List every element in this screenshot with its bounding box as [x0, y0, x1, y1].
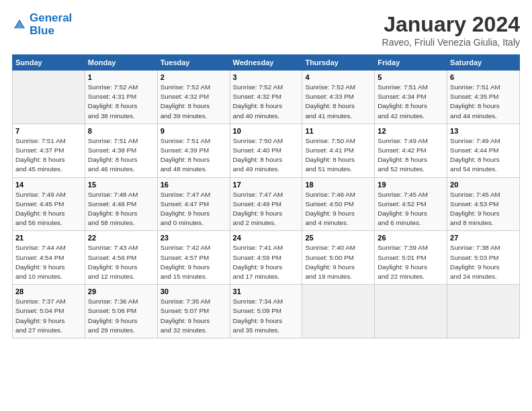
day-number: 20	[450, 181, 517, 189]
day-number: 13	[450, 127, 517, 135]
weekday-header-row: SundayMondayTuesdayWednesdayThursdayFrid…	[13, 55, 520, 71]
day-info: Sunrise: 7:45 AM Sunset: 4:53 PM Dayligh…	[450, 190, 517, 228]
day-number: 18	[305, 181, 371, 189]
calendar-cell: 29Sunrise: 7:36 AM Sunset: 5:06 PM Dayli…	[85, 285, 157, 338]
day-number: 8	[88, 127, 154, 135]
calendar-cell: 18Sunrise: 7:46 AM Sunset: 4:50 PM Dayli…	[302, 177, 375, 231]
calendar-week-row: 1Sunrise: 7:52 AM Sunset: 4:31 PM Daylig…	[13, 71, 520, 124]
weekday-header: Tuesday	[157, 55, 230, 71]
calendar-cell: 1Sunrise: 7:52 AM Sunset: 4:31 PM Daylig…	[85, 71, 157, 124]
day-info: Sunrise: 7:51 AM Sunset: 4:39 PM Dayligh…	[161, 136, 227, 175]
calendar-cell: 3Sunrise: 7:52 AM Sunset: 4:32 PM Daylig…	[230, 71, 302, 124]
day-info: Sunrise: 7:42 AM Sunset: 4:57 PM Dayligh…	[161, 243, 227, 281]
calendar-cell: 30Sunrise: 7:35 AM Sunset: 5:07 PM Dayli…	[157, 285, 230, 338]
day-info: Sunrise: 7:49 AM Sunset: 4:42 PM Dayligh…	[378, 136, 444, 175]
day-info: Sunrise: 7:49 AM Sunset: 4:45 PM Dayligh…	[15, 190, 82, 228]
day-number: 6	[450, 73, 517, 81]
calendar-cell: 27Sunrise: 7:38 AM Sunset: 5:03 PM Dayli…	[447, 231, 520, 285]
calendar-cell: 20Sunrise: 7:45 AM Sunset: 4:53 PM Dayli…	[447, 177, 520, 231]
calendar-cell: 26Sunrise: 7:39 AM Sunset: 5:01 PM Dayli…	[375, 231, 447, 285]
day-info: Sunrise: 7:50 AM Sunset: 4:40 PM Dayligh…	[233, 136, 300, 175]
day-number: 12	[378, 127, 444, 135]
calendar-week-row: 14Sunrise: 7:49 AM Sunset: 4:45 PM Dayli…	[13, 177, 520, 231]
calendar-cell: 9Sunrise: 7:51 AM Sunset: 4:39 PM Daylig…	[157, 124, 230, 177]
day-number: 25	[305, 234, 371, 242]
weekday-header: Monday	[85, 55, 157, 71]
day-number: 19	[378, 181, 444, 189]
day-number: 9	[161, 127, 227, 135]
day-number: 30	[161, 287, 227, 295]
day-number: 31	[233, 287, 300, 295]
title-block: January 2024 Raveo, Friuli Venezia Giuli…	[382, 12, 520, 48]
calendar-cell: 7Sunrise: 7:51 AM Sunset: 4:37 PM Daylig…	[13, 124, 85, 177]
calendar-week-row: 28Sunrise: 7:37 AM Sunset: 5:04 PM Dayli…	[13, 285, 520, 338]
day-info: Sunrise: 7:40 AM Sunset: 5:00 PM Dayligh…	[305, 243, 371, 281]
calendar-cell: 31Sunrise: 7:34 AM Sunset: 5:09 PM Dayli…	[230, 285, 302, 338]
day-info: Sunrise: 7:36 AM Sunset: 5:06 PM Dayligh…	[88, 297, 154, 335]
day-info: Sunrise: 7:52 AM Sunset: 4:31 PM Dayligh…	[88, 83, 154, 121]
logo: General Blue	[12, 12, 72, 37]
day-number: 3	[233, 73, 300, 81]
day-number: 11	[305, 127, 371, 135]
calendar-cell: 11Sunrise: 7:50 AM Sunset: 4:41 PM Dayli…	[302, 124, 375, 177]
day-info: Sunrise: 7:51 AM Sunset: 4:34 PM Dayligh…	[378, 83, 444, 121]
day-info: Sunrise: 7:52 AM Sunset: 4:32 PM Dayligh…	[161, 83, 227, 121]
calendar-cell: 24Sunrise: 7:41 AM Sunset: 4:59 PM Dayli…	[230, 231, 302, 285]
weekday-header: Saturday	[447, 55, 520, 71]
day-info: Sunrise: 7:43 AM Sunset: 4:56 PM Dayligh…	[88, 243, 154, 281]
day-number: 17	[233, 181, 300, 189]
calendar-cell: 23Sunrise: 7:42 AM Sunset: 4:57 PM Dayli…	[157, 231, 230, 285]
calendar-cell: 12Sunrise: 7:49 AM Sunset: 4:42 PM Dayli…	[375, 124, 447, 177]
main-title: January 2024	[382, 12, 520, 37]
calendar-cell: 21Sunrise: 7:44 AM Sunset: 4:54 PM Dayli…	[13, 231, 85, 285]
calendar-cell: 2Sunrise: 7:52 AM Sunset: 4:32 PM Daylig…	[157, 71, 230, 124]
weekday-header: Sunday	[13, 55, 85, 71]
day-number: 24	[233, 234, 300, 242]
day-number: 5	[378, 73, 444, 81]
day-number: 2	[161, 73, 227, 81]
calendar-cell: 28Sunrise: 7:37 AM Sunset: 5:04 PM Dayli…	[13, 285, 85, 338]
calendar-cell	[13, 71, 85, 124]
logo-icon	[12, 17, 27, 32]
calendar-table: SundayMondayTuesdayWednesdayThursdayFrid…	[12, 54, 520, 338]
day-info: Sunrise: 7:44 AM Sunset: 4:54 PM Dayligh…	[15, 243, 82, 281]
weekday-header: Wednesday	[230, 55, 302, 71]
day-info: Sunrise: 7:46 AM Sunset: 4:50 PM Dayligh…	[305, 190, 371, 228]
day-number: 21	[15, 234, 82, 242]
calendar-cell: 19Sunrise: 7:45 AM Sunset: 4:52 PM Dayli…	[375, 177, 447, 231]
day-number: 14	[15, 181, 82, 189]
day-info: Sunrise: 7:47 AM Sunset: 4:49 PM Dayligh…	[233, 190, 300, 228]
day-number: 28	[15, 287, 82, 295]
day-number: 10	[233, 127, 300, 135]
day-number: 15	[88, 181, 154, 189]
day-info: Sunrise: 7:35 AM Sunset: 5:07 PM Dayligh…	[161, 297, 227, 335]
day-number: 4	[305, 73, 371, 81]
calendar-cell: 22Sunrise: 7:43 AM Sunset: 4:56 PM Dayli…	[85, 231, 157, 285]
day-info: Sunrise: 7:50 AM Sunset: 4:41 PM Dayligh…	[305, 136, 371, 175]
calendar-cell: 17Sunrise: 7:47 AM Sunset: 4:49 PM Dayli…	[230, 177, 302, 231]
calendar-week-row: 7Sunrise: 7:51 AM Sunset: 4:37 PM Daylig…	[13, 124, 520, 177]
sub-title: Raveo, Friuli Venezia Giulia, Italy	[382, 37, 520, 48]
day-number: 22	[88, 234, 154, 242]
calendar-cell: 6Sunrise: 7:51 AM Sunset: 4:35 PM Daylig…	[447, 71, 520, 124]
calendar-week-row: 21Sunrise: 7:44 AM Sunset: 4:54 PM Dayli…	[13, 231, 520, 285]
day-info: Sunrise: 7:37 AM Sunset: 5:04 PM Dayligh…	[15, 297, 82, 335]
calendar-cell: 13Sunrise: 7:49 AM Sunset: 4:44 PM Dayli…	[447, 124, 520, 177]
day-info: Sunrise: 7:38 AM Sunset: 5:03 PM Dayligh…	[450, 243, 517, 281]
day-info: Sunrise: 7:51 AM Sunset: 4:37 PM Dayligh…	[15, 136, 82, 175]
day-info: Sunrise: 7:52 AM Sunset: 4:32 PM Dayligh…	[233, 83, 300, 121]
day-number: 16	[161, 181, 227, 189]
page-container: General Blue January 2024 Raveo, Friuli …	[0, 0, 532, 345]
calendar-cell: 4Sunrise: 7:52 AM Sunset: 4:33 PM Daylig…	[302, 71, 375, 124]
calendar-cell: 5Sunrise: 7:51 AM Sunset: 4:34 PM Daylig…	[375, 71, 447, 124]
day-number: 26	[378, 234, 444, 242]
calendar-cell	[375, 285, 447, 338]
calendar-cell	[302, 285, 375, 338]
calendar-cell: 10Sunrise: 7:50 AM Sunset: 4:40 PM Dayli…	[230, 124, 302, 177]
day-number: 1	[88, 73, 154, 81]
day-info: Sunrise: 7:45 AM Sunset: 4:52 PM Dayligh…	[378, 190, 444, 228]
calendar-cell: 14Sunrise: 7:49 AM Sunset: 4:45 PM Dayli…	[13, 177, 85, 231]
day-number: 23	[161, 234, 227, 242]
day-info: Sunrise: 7:41 AM Sunset: 4:59 PM Dayligh…	[233, 243, 300, 281]
day-info: Sunrise: 7:39 AM Sunset: 5:01 PM Dayligh…	[378, 243, 444, 281]
